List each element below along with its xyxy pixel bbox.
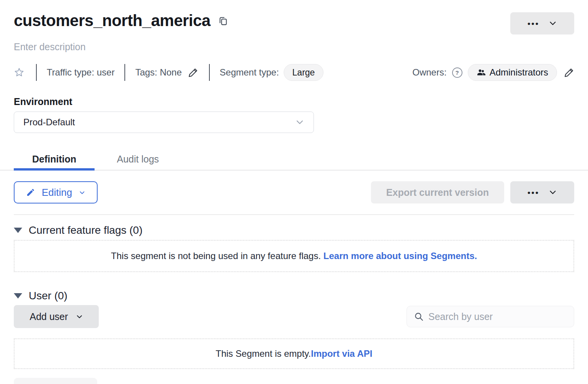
owners-badge: Administrators	[468, 64, 557, 81]
user-toolbar: Add user	[14, 305, 574, 328]
learn-more-link[interactable]: Learn more about using Segments.	[323, 251, 477, 261]
chevron-down-icon	[549, 188, 557, 197]
search-by-user-input[interactable]	[428, 311, 567, 322]
tab-audit-logs[interactable]: Audit logs	[95, 148, 181, 170]
chevron-down-icon	[549, 19, 557, 28]
caret-down-icon	[14, 228, 22, 233]
environment-label: Environment	[14, 96, 574, 107]
description-field[interactable]: Enter description	[14, 41, 86, 53]
people-icon	[477, 68, 486, 77]
export-current-version-button[interactable]: Export current version	[371, 181, 504, 203]
feature-flags-section-title: Current feature flags (0)	[29, 224, 142, 236]
chevron-down-icon	[295, 118, 304, 127]
page-title: customers_north_america	[14, 11, 211, 31]
caret-down-icon	[14, 293, 22, 299]
separator	[36, 64, 37, 81]
page-more-menu-button[interactable]: •••	[510, 12, 574, 34]
copy-icon[interactable]	[218, 16, 228, 26]
meta-row: Traffic type: user Tags: None Segment ty…	[14, 63, 574, 82]
segment-detail-page: customers_north_america ••• Enter descri…	[0, 0, 588, 384]
owners-label: Owners:	[412, 67, 446, 78]
user-empty-text: This Segment is empty.	[216, 348, 311, 359]
add-user-button[interactable]: Add user	[14, 305, 99, 328]
separator	[124, 64, 125, 81]
edit-owners-pencil-icon[interactable]	[564, 67, 574, 78]
environment-select[interactable]: Prod-Default	[14, 112, 314, 133]
search-icon	[414, 312, 424, 322]
definition-more-menu-button[interactable]: •••	[510, 181, 574, 203]
chevron-down-icon	[79, 189, 85, 196]
import-via-api-link[interactable]: Import via API	[311, 348, 372, 359]
segment-type-label: Segment type:	[220, 67, 279, 78]
owners-group: Owners: ? Administrators	[412, 64, 574, 81]
add-user-label: Add user	[29, 311, 68, 322]
cutoff-button[interactable]	[14, 378, 97, 384]
feature-flags-empty-text: This segment is not being used in any fe…	[111, 251, 323, 261]
chevron-down-icon	[76, 313, 83, 320]
definition-toolbar: Editing Export current version •••	[14, 181, 574, 203]
tab-definition[interactable]: Definition	[14, 148, 95, 170]
more-dots-icon: •••	[528, 20, 539, 28]
pencil-icon	[26, 188, 35, 197]
separator	[209, 64, 210, 81]
user-section-header[interactable]: User (0)	[14, 290, 67, 302]
tags-label: Tags: None	[135, 67, 181, 78]
toolbar-right-group: Export current version •••	[371, 181, 574, 203]
traffic-type-label: Traffic type: user	[47, 67, 114, 78]
environment-selected-value: Prod-Default	[23, 117, 75, 128]
help-icon[interactable]: ?	[452, 67, 462, 78]
feature-flags-section-header[interactable]: Current feature flags (0)	[14, 224, 142, 236]
divider	[14, 214, 574, 215]
tab-bar: Definition Audit logs	[0, 148, 588, 171]
page-header: customers_north_america •••	[14, 0, 574, 34]
user-section-title: User (0)	[29, 290, 67, 302]
user-empty-state: This Segment is empty.Import via API	[14, 338, 574, 369]
owners-value: Administrators	[490, 67, 548, 78]
star-icon[interactable]	[14, 67, 24, 78]
editing-mode-button[interactable]: Editing	[14, 181, 98, 203]
editing-label: Editing	[42, 187, 72, 199]
more-dots-icon: •••	[528, 189, 539, 197]
edit-tags-pencil-icon[interactable]	[188, 67, 198, 78]
segment-type-badge: Large	[284, 64, 324, 81]
title-group: customers_north_america	[14, 11, 228, 31]
user-search-box	[407, 306, 574, 327]
feature-flags-empty-state: This segment is not being used in any fe…	[14, 240, 574, 272]
